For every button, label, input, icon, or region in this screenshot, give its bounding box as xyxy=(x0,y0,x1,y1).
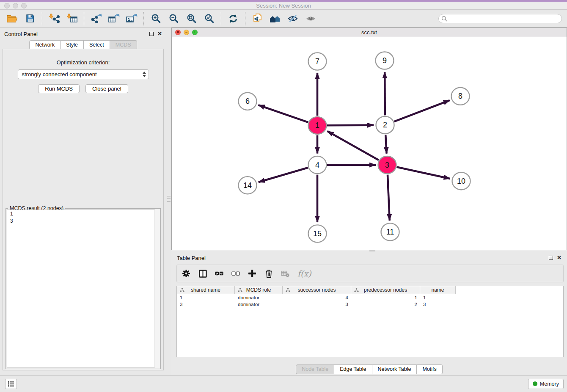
export-table-button[interactable] xyxy=(105,11,123,26)
edge-2-3[interactable] xyxy=(385,135,386,153)
tab-network-table[interactable]: Network Table xyxy=(372,364,417,374)
vertical-splitter[interactable] xyxy=(166,28,171,375)
table-settings-button[interactable] xyxy=(182,269,190,278)
export-image-button[interactable] xyxy=(123,11,140,26)
eye-icon xyxy=(306,14,316,23)
minimize-window-button[interactable] xyxy=(13,3,18,8)
zoom-window-button[interactable] xyxy=(21,3,27,8)
edge-3-11[interactable] xyxy=(388,175,390,221)
edge-2-8[interactable] xyxy=(394,100,450,121)
zoom-out-button[interactable] xyxy=(165,11,182,26)
close-window-button[interactable] xyxy=(4,3,10,8)
column-header-successor-nodes[interactable]: successor nodes xyxy=(283,286,351,294)
node-label: 11 xyxy=(386,228,394,236)
import-table-icon xyxy=(66,14,77,23)
node-4[interactable]: 4 xyxy=(308,156,327,174)
right-column: ✕ − + scc.txt 1234678910111415 Table Pan… xyxy=(171,28,567,375)
table-row[interactable]: 3dominator323 xyxy=(177,301,563,308)
import-network-button[interactable] xyxy=(45,11,63,26)
node-11[interactable]: 11 xyxy=(381,223,399,240)
minimize-network-button[interactable]: − xyxy=(184,30,189,35)
tab-edge-table[interactable]: Edge Table xyxy=(334,364,372,374)
node-10[interactable]: 10 xyxy=(452,172,471,190)
table-row[interactable]: 1dominator411 xyxy=(177,294,563,301)
edge-1-2[interactable] xyxy=(327,125,374,126)
float-panel-icon[interactable] xyxy=(149,32,154,36)
node-1[interactable]: 1 xyxy=(308,117,327,134)
edge-3-10[interactable] xyxy=(397,167,450,179)
table-body: 1dominator4113dominator323 xyxy=(177,294,563,308)
tab-node-table[interactable]: Node Table xyxy=(296,364,334,374)
cell-successor-nodes[interactable]: 3 xyxy=(283,302,351,307)
close-panel-button[interactable]: Close panel xyxy=(85,84,128,93)
deselect-all-columns-button[interactable] xyxy=(231,269,240,278)
column-type-icon xyxy=(354,288,359,294)
add-column-button[interactable] xyxy=(248,269,256,278)
split-columns-button[interactable] xyxy=(198,269,207,278)
clone-network-icon xyxy=(252,13,262,24)
cell-predecessor-nodes[interactable]: 1 xyxy=(351,295,420,300)
import-table-button[interactable] xyxy=(63,11,81,26)
close-network-button[interactable]: ✕ xyxy=(175,30,181,35)
node-3[interactable]: 3 xyxy=(378,156,396,174)
function-builder-button[interactable]: f(x) xyxy=(297,269,311,278)
zoom-fit-button[interactable] xyxy=(182,11,200,26)
zoom-in-button[interactable] xyxy=(147,11,165,26)
cell-mcds-role[interactable]: dominator xyxy=(235,302,283,307)
cell-name[interactable]: 3 xyxy=(420,302,456,307)
node-2[interactable]: 2 xyxy=(376,116,394,134)
memory-button[interactable]: Memory xyxy=(528,379,564,389)
node-label: 3 xyxy=(385,161,389,169)
select-all-columns-button[interactable] xyxy=(215,269,223,278)
cell-successor-nodes[interactable]: 4 xyxy=(283,295,351,300)
network-window-titlebar: ✕ − + scc.txt xyxy=(172,28,567,37)
delete-column-button[interactable] xyxy=(264,269,273,278)
home-button[interactable] xyxy=(266,11,284,26)
column-header-predecessor-nodes[interactable]: predecessor nodes xyxy=(351,286,420,294)
cell-predecessor-nodes[interactable]: 2 xyxy=(351,302,420,307)
zoom-selected-button[interactable] xyxy=(200,11,218,26)
hide-glass-button[interactable] xyxy=(284,11,302,26)
delete-table-button[interactable] xyxy=(281,269,289,278)
edge-3-1[interactable] xyxy=(328,131,379,160)
close-table-panel-icon[interactable]: ✕ xyxy=(557,256,561,260)
column-header-name[interactable]: name xyxy=(420,286,456,294)
column-header-mcds-role[interactable]: MCDS role xyxy=(235,286,283,294)
node-7[interactable]: 7 xyxy=(308,53,327,70)
result-scrollbar[interactable] xyxy=(154,209,160,368)
apply-layout-button[interactable] xyxy=(224,11,242,26)
cell-name[interactable]: 1 xyxy=(420,295,456,300)
cell-shared-name[interactable]: 1 xyxy=(177,295,235,300)
maximize-network-button[interactable]: + xyxy=(192,30,198,35)
edge-2-9[interactable] xyxy=(385,72,385,115)
task-history-button[interactable] xyxy=(5,379,17,389)
criterion-select[interactable]: strongly connected component xyxy=(18,69,149,79)
open-session-button[interactable] xyxy=(3,11,21,26)
mcds-result-fieldset: MCDS result (2 nodes) 13 xyxy=(6,208,161,369)
search-input[interactable] xyxy=(438,14,562,23)
close-panel-icon[interactable]: ✕ xyxy=(157,32,162,36)
node-6[interactable]: 6 xyxy=(239,93,257,110)
show-glass-button[interactable] xyxy=(302,11,319,26)
edge-4-14[interactable] xyxy=(259,168,308,182)
node-15[interactable]: 15 xyxy=(308,225,327,242)
table-header-row: shared nameMCDS rolesuccessor nodesprede… xyxy=(177,286,563,294)
run-mcds-button[interactable]: Run MCDS xyxy=(38,84,80,93)
mcds-result-text[interactable]: 13 xyxy=(7,210,160,368)
node-label: 10 xyxy=(457,177,465,185)
cell-mcds-role[interactable]: dominator xyxy=(235,295,283,300)
network-canvas[interactable]: 1234678910111415 xyxy=(172,37,567,250)
table-panel-title: Table Panel xyxy=(177,255,206,261)
float-table-panel-icon[interactable] xyxy=(549,256,553,260)
tab-motifs[interactable]: Motifs xyxy=(417,364,442,374)
cell-shared-name[interactable]: 3 xyxy=(177,302,235,307)
column-header-shared-name[interactable]: shared name xyxy=(177,286,235,294)
edge-1-6[interactable] xyxy=(259,105,308,122)
node-8[interactable]: 8 xyxy=(451,88,470,105)
node-14[interactable]: 14 xyxy=(239,177,257,194)
node-9[interactable]: 9 xyxy=(376,52,394,69)
memory-status-icon xyxy=(533,381,537,386)
export-network-button[interactable] xyxy=(87,11,105,26)
clone-network-button[interactable] xyxy=(248,11,266,26)
save-session-button[interactable] xyxy=(21,11,39,26)
